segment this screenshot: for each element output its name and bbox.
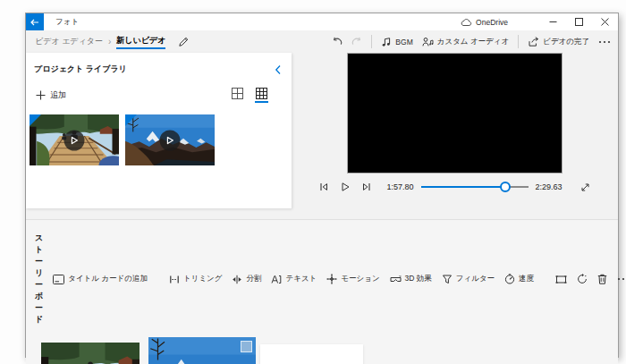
onedrive-label: OneDrive <box>476 18 508 27</box>
speed-icon <box>504 274 515 284</box>
grid-2x2-icon <box>232 88 243 99</box>
toolbar-divider <box>371 35 372 48</box>
library-video-boardwalk[interactable] <box>30 114 119 165</box>
motion-button[interactable]: モーション <box>326 274 379 284</box>
ellipsis-icon <box>617 277 626 281</box>
split-label: 分割 <box>246 274 261 284</box>
pencil-icon <box>178 37 189 47</box>
play-button[interactable] <box>334 182 356 192</box>
rotate-icon <box>577 274 588 284</box>
split-icon <box>232 275 242 284</box>
storyboard-toolbar: ストーリーボード タイトル カードの追加 トリミング 分割 テキスト モーション <box>26 220 618 326</box>
storyboard-clip-mountain[interactable]: 31.83 <box>148 337 256 364</box>
grid-3x3-icon <box>256 88 267 99</box>
music-note-icon <box>381 37 392 47</box>
resize-frame-button[interactable] <box>555 275 567 284</box>
storyboard-section: ストーリーボード タイトル カードの追加 トリミング 分割 テキスト モーション <box>26 220 618 364</box>
custom-audio-button[interactable]: カスタム オーディオ <box>422 37 509 47</box>
redo-button[interactable] <box>351 37 362 47</box>
3d-glasses-icon <box>390 275 402 284</box>
ellipsis-icon <box>598 40 611 44</box>
back-arrow-icon <box>30 19 39 26</box>
fullscreen-button[interactable] <box>575 182 596 192</box>
video-preview[interactable] <box>347 53 563 174</box>
speed-label: 速度 <box>519 274 534 284</box>
minimize-button[interactable] <box>540 13 566 30</box>
bgm-label: BGM <box>395 38 412 47</box>
breadcrumb-chevron-icon: › <box>108 37 111 47</box>
finish-video-label: ビデオの完了 <box>543 37 589 47</box>
close-button[interactable] <box>592 13 618 30</box>
command-bar: ビデオ エディター › 新しいビデオ BGM カスタム オーディオ <box>26 30 618 53</box>
custom-audio-label: カスタム オーディオ <box>437 37 509 47</box>
current-time: 1:57.80 <box>386 182 413 191</box>
finish-video-button[interactable]: ビデオの完了 <box>528 37 589 47</box>
speed-button[interactable]: 速度 <box>504 274 534 284</box>
breadcrumb-video-editor[interactable]: ビデオ エディター <box>35 36 103 47</box>
bgm-button[interactable]: BGM <box>381 37 412 47</box>
minimize-icon <box>549 18 557 26</box>
add-media-label: 追加 <box>50 89 66 101</box>
back-button[interactable] <box>26 13 44 30</box>
collapse-library-button[interactable] <box>274 64 283 75</box>
storyboard-more-button[interactable] <box>617 277 626 281</box>
small-grid-view-button[interactable] <box>255 88 268 103</box>
trim-icon <box>169 275 180 284</box>
motion-label: モーション <box>341 274 379 284</box>
trim-button[interactable]: トリミング <box>169 274 223 284</box>
filters-button[interactable]: フィルター <box>442 274 495 284</box>
storyboard-clip-boardwalk[interactable]: 1:57 <box>41 343 140 364</box>
large-grid-view-button[interactable] <box>231 88 244 103</box>
play-icon <box>340 182 351 192</box>
undo-button[interactable] <box>332 37 343 47</box>
library-video-mountain[interactable] <box>125 114 215 165</box>
motion-icon <box>326 274 337 284</box>
delete-button[interactable] <box>597 274 607 284</box>
filters-label: フィルター <box>456 274 495 284</box>
total-time: 2:29.63 <box>536 182 563 191</box>
3d-effects-button[interactable]: 3D 効果 <box>390 274 432 284</box>
plus-icon <box>36 90 46 100</box>
project-library-panel: プロジェクト ライブラリ 追加 <box>26 53 292 208</box>
photos-app-window: フォト OneDrive ビデオ エディター › 新しいビデオ <box>25 13 619 358</box>
close-icon <box>601 18 609 26</box>
more-options-button[interactable] <box>598 40 611 44</box>
slider-thumb[interactable] <box>500 182 511 192</box>
split-button[interactable]: 分割 <box>232 274 261 284</box>
next-frame-icon <box>361 182 372 192</box>
slider-fill <box>421 186 506 188</box>
clip-checkbox[interactable] <box>241 341 252 352</box>
toolbar-divider <box>518 35 519 48</box>
maximize-button[interactable] <box>566 13 592 30</box>
text-button[interactable]: テキスト <box>271 274 317 284</box>
add-title-card-button[interactable]: タイトル カードの追加 <box>53 274 148 284</box>
rotate-button[interactable] <box>577 274 588 284</box>
storyboard-timeline: 1:57 31.83 <box>26 337 618 364</box>
export-share-icon <box>528 37 539 47</box>
play-overlay-icon <box>64 130 85 150</box>
seek-slider[interactable] <box>421 182 529 192</box>
resize-frame-icon <box>555 275 567 284</box>
next-frame-button[interactable] <box>356 182 377 192</box>
text-icon <box>271 275 282 284</box>
app-title: フォト <box>55 13 79 30</box>
title-bar: フォト OneDrive <box>26 13 618 30</box>
chevron-left-icon <box>274 64 283 75</box>
storyboard-empty-slot[interactable] <box>260 344 363 364</box>
previous-frame-icon <box>318 182 329 192</box>
trim-label: トリミング <box>183 274 223 284</box>
command-bar-actions: BGM カスタム オーディオ ビデオの完了 <box>332 35 611 48</box>
trash-icon <box>597 274 607 284</box>
person-audio-icon <box>422 37 434 47</box>
redo-icon <box>351 37 362 47</box>
breadcrumb-project-name: 新しいビデオ <box>116 35 165 49</box>
title-card-icon <box>53 275 64 284</box>
previous-frame-button[interactable] <box>313 182 334 192</box>
onedrive-button[interactable]: OneDrive <box>451 13 517 30</box>
selected-fold-icon <box>125 114 137 126</box>
storyboard-label: ストーリーボード <box>35 233 43 326</box>
filter-icon <box>442 275 453 284</box>
playback-controls: 1:57.80 2:29.63 <box>313 182 596 192</box>
add-media-button[interactable]: 追加 <box>36 89 66 101</box>
rename-project-button[interactable] <box>178 37 189 47</box>
